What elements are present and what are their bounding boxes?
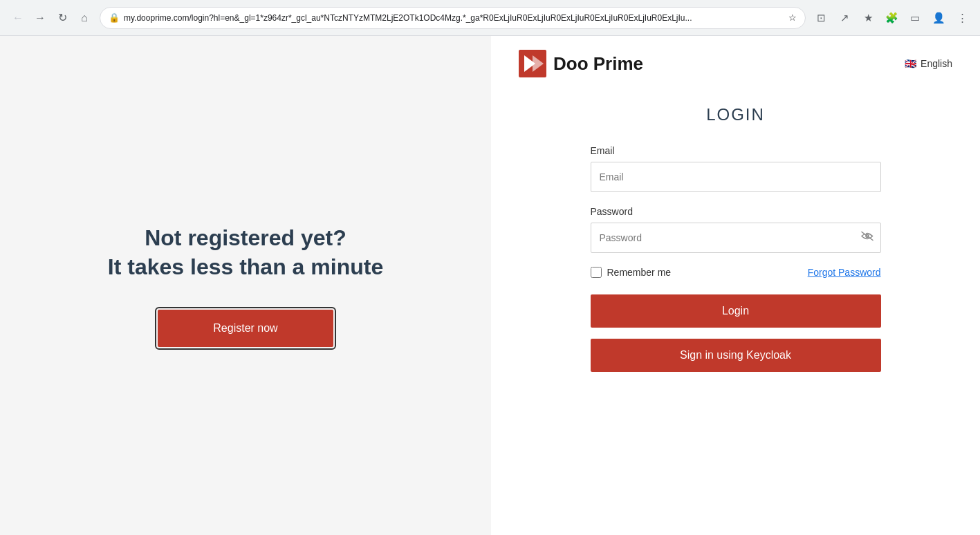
- password-label: Password: [591, 206, 881, 217]
- menu-button[interactable]: ⋮: [952, 8, 972, 28]
- language-label: English: [921, 58, 952, 69]
- logo-text: Doo Prime: [553, 53, 643, 75]
- login-title: LOGIN: [706, 105, 765, 124]
- right-panel: Doo Prime 🇬🇧 English LOGIN Email Passwor…: [491, 36, 980, 535]
- email-label: Email: [591, 145, 881, 156]
- logo-container: Doo Prime: [519, 50, 643, 77]
- remember-me: Remember me: [591, 267, 672, 278]
- eye-slash-icon: [860, 232, 874, 244]
- form-options: Remember me Forgot Password: [591, 267, 881, 278]
- email-group: Email: [591, 145, 881, 192]
- email-input[interactable]: [591, 162, 881, 192]
- browser-chrome: ← → ↻ ⌂ 🔒 ☆ ⊡ ↗ ★ 🧩 ▭ 👤 ⋮: [0, 0, 980, 36]
- url-input[interactable]: [124, 13, 784, 23]
- nav-buttons: ← → ↻ ⌂: [8, 8, 94, 28]
- home-button[interactable]: ⌂: [75, 8, 94, 28]
- back-button[interactable]: ←: [8, 8, 28, 28]
- bookmark-button[interactable]: ★: [858, 8, 878, 28]
- keycloak-button[interactable]: Sign in using Keycloak: [591, 339, 881, 372]
- extension-button[interactable]: 🧩: [882, 8, 901, 28]
- page-content: Not registered yet? It takes less than a…: [0, 36, 980, 535]
- forward-button[interactable]: →: [30, 8, 50, 28]
- left-content: Not registered yet? It takes less than a…: [108, 224, 383, 346]
- forgot-password-button[interactable]: Forgot Password: [808, 267, 881, 278]
- register-button[interactable]: Register now: [158, 310, 333, 347]
- reload-button[interactable]: ↻: [53, 8, 72, 28]
- address-bar[interactable]: 🔒 ☆: [100, 7, 806, 29]
- star-icon[interactable]: ☆: [788, 12, 797, 23]
- password-wrapper: [591, 223, 881, 253]
- left-panel: Not registered yet? It takes less than a…: [0, 36, 491, 535]
- right-header: Doo Prime 🇬🇧 English: [491, 36, 980, 91]
- logo-icon: [519, 50, 546, 77]
- language-selector[interactable]: 🇬🇧 English: [905, 58, 952, 69]
- password-input[interactable]: [591, 223, 881, 253]
- profile-button[interactable]: 👤: [929, 8, 948, 28]
- lock-icon: 🔒: [109, 12, 120, 23]
- login-button[interactable]: Login: [591, 294, 881, 328]
- flag-icon: 🇬🇧: [905, 58, 916, 69]
- login-form-container: LOGIN Email Password: [491, 91, 980, 535]
- share-button[interactable]: ↗: [835, 8, 854, 28]
- window-button[interactable]: ▭: [905, 8, 925, 28]
- headline-line2: It takes less than a minute: [108, 254, 383, 279]
- toggle-password-button[interactable]: [860, 231, 874, 245]
- toolbar-icons: ⊡ ↗ ★ 🧩 ▭ 👤 ⋮: [811, 8, 972, 28]
- remember-me-label: Remember me: [607, 267, 672, 278]
- cast-button[interactable]: ⊡: [811, 8, 831, 28]
- remember-me-checkbox[interactable]: [591, 267, 602, 278]
- left-headline: Not registered yet? It takes less than a…: [108, 224, 383, 281]
- headline-line1: Not registered yet?: [145, 225, 346, 250]
- password-group: Password: [591, 206, 881, 253]
